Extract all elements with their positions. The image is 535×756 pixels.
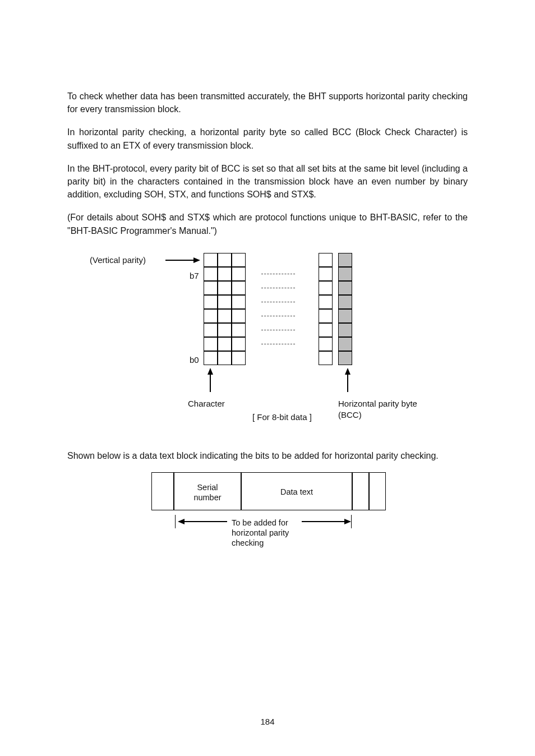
grid-row [204, 295, 352, 309]
grid-cell [218, 267, 232, 281]
grid-cell [319, 267, 333, 281]
block-trailer-1 [352, 472, 369, 510]
range-arrow-line-right [302, 521, 345, 522]
dash-icon [261, 288, 295, 288]
data-text-label: Data text [242, 486, 352, 498]
page-number: 184 [0, 716, 535, 728]
grid-cell-parity [338, 351, 352, 365]
grid-cell [319, 351, 333, 365]
para-2: In horizontal parity checking, a horizon… [67, 126, 468, 151]
range-right-bar [351, 515, 352, 528]
grid-row [204, 253, 352, 267]
grid-cell [218, 295, 232, 309]
grid-cell [319, 253, 333, 267]
grid-cell [218, 337, 232, 351]
grid-cell [319, 323, 333, 337]
grid-cell [204, 337, 218, 351]
block-header-left [151, 472, 174, 510]
for-8bit-label: [ For 8-bit data ] [252, 411, 312, 423]
grid-cell [218, 351, 232, 365]
bit-grid [204, 253, 352, 365]
grid-cell [218, 253, 232, 267]
figure-data-block: Serial number Data text To be added for … [67, 472, 468, 579]
grid-cell [218, 281, 232, 295]
grid-cell [319, 309, 333, 323]
grid-cell [232, 337, 246, 351]
grid-row [204, 337, 352, 351]
dash-icon [261, 274, 295, 274]
b7-label: b7 [190, 270, 199, 282]
para-3: In the BHT-protocol, every parity bit of… [67, 162, 468, 201]
grid-cell [204, 351, 218, 365]
grid-cell [319, 337, 333, 351]
grid-row [204, 323, 352, 337]
grid-cell [232, 267, 246, 281]
horizontal-parity-label: Horizontal parity byte [338, 398, 417, 410]
range-arrow-right-head-icon [344, 519, 351, 524]
grid-cell [218, 323, 232, 337]
grid-row [204, 267, 352, 281]
vertical-parity-label: (Vertical parity) [90, 254, 146, 266]
figure-bit-grid: (Vertical parity) b7 b0 [67, 253, 468, 427]
grid-cell-parity [338, 295, 352, 309]
grid-cell-parity [338, 323, 352, 337]
para-5: Shown below is a data text block indicat… [67, 449, 468, 462]
para-1: To check whether data has been transmitt… [67, 90, 468, 116]
grid-cell [204, 309, 218, 323]
vertical-parity-arrow-head-icon [193, 257, 200, 263]
bcc-label: (BCC) [338, 409, 362, 421]
dash-icon [261, 344, 295, 344]
block-serial-number: Serial number [174, 472, 241, 510]
dash-icon [261, 316, 295, 316]
grid-cell [232, 281, 246, 295]
bcc-arrow-line [347, 374, 348, 392]
block-trailer-2 [369, 472, 386, 510]
grid-row [204, 281, 352, 295]
grid-cell [232, 323, 246, 337]
tobe-label-3: checking [232, 537, 264, 549]
grid-cell-parity [338, 281, 352, 295]
grid-cell [204, 281, 218, 295]
grid-cell [204, 295, 218, 309]
grid-cell [232, 351, 246, 365]
grid-cell [232, 253, 246, 267]
grid-cell [204, 253, 218, 267]
vertical-parity-arrow-line [165, 260, 193, 261]
b0-label: b0 [190, 354, 199, 366]
dash-icon [261, 302, 295, 302]
grid-cell [319, 281, 333, 295]
grid-cell [204, 323, 218, 337]
para-4: (For details about SOH$ and STX$ which a… [67, 211, 468, 237]
range-left-bar [175, 515, 176, 528]
range-arrow-line-left [183, 521, 227, 522]
grid-cell [319, 295, 333, 309]
grid-row [204, 309, 352, 323]
grid-cell-parity [338, 337, 352, 351]
character-label: Character [188, 398, 225, 410]
grid-cell-parity [338, 309, 352, 323]
grid-cell [218, 309, 232, 323]
dash-icon [261, 330, 295, 330]
grid-cell-parity [338, 253, 352, 267]
grid-cell [232, 295, 246, 309]
grid-cell-parity [338, 267, 352, 281]
serial-label-2: number [174, 492, 241, 504]
block-data-text: Data text [241, 472, 352, 510]
grid-cell [232, 309, 246, 323]
grid-cell [204, 267, 218, 281]
grid-row [204, 351, 352, 365]
character-arrow-line [210, 374, 211, 392]
